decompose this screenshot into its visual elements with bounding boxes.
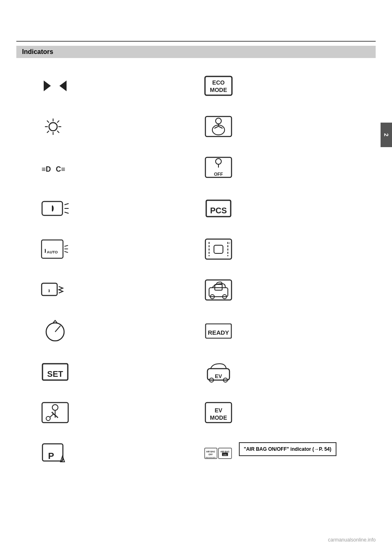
cruise-speed-icon: [41, 320, 69, 342]
svg-rect-32: [42, 240, 63, 258]
svg-line-29: [65, 212, 69, 213]
svg-text:SET: SET: [47, 369, 63, 378]
indicator-airbag-off: OFF: [196, 152, 359, 193]
indicator-pcs: PCS: [196, 193, 359, 234]
svg-text:ECO: ECO: [212, 79, 225, 86]
headlight-icon: [41, 115, 69, 138]
indicators-grid: ECO MODE: [33, 70, 359, 479]
svg-text:!: !: [62, 459, 63, 463]
watermark: carmanualsonline.info: [328, 537, 376, 543]
svg-line-27: [65, 204, 69, 205]
svg-text:PCS: PCS: [210, 206, 227, 215]
srs-airbag-icon: [204, 115, 233, 138]
svg-text:AUTO: AUTO: [47, 250, 58, 254]
turn-signal-icon: [41, 74, 69, 97]
vsc-icon: [204, 279, 233, 301]
svg-text:AIR BAG: AIR BAG: [220, 450, 229, 453]
svg-line-49: [55, 326, 60, 332]
svg-line-36: [65, 251, 68, 253]
page-container: Indicators 2 ECO: [0, 0, 392, 555]
top-rule: [16, 41, 376, 42]
section-header: Indicators: [16, 46, 376, 58]
airbag-callout-text: "AIR BAG ON/OFF" indicator (→P. 54): [244, 446, 332, 452]
airbag-on-off-icon: AIR BAG OFF PASSENGER AIR BAG ON: [204, 442, 233, 465]
svg-text:C≡: C≡: [56, 165, 65, 173]
indicator-parking: P !: [33, 438, 196, 479]
svg-text:MODE: MODE: [210, 414, 227, 421]
fog-light-icon: [41, 279, 69, 301]
ev-mode-icon: EV MODE: [204, 401, 233, 424]
svg-point-5: [49, 123, 57, 131]
svg-text:READY: READY: [208, 329, 229, 336]
indicator-ev: EV: [196, 356, 359, 397]
svg-text:P: P: [48, 451, 54, 461]
svg-text:≡D: ≡D: [42, 165, 51, 173]
side-tab: 2: [381, 123, 392, 147]
svg-text:OFF: OFF: [214, 172, 223, 177]
ev-icon: EV: [204, 360, 233, 383]
indicator-cruise-speed: [33, 316, 196, 356]
svg-marker-0: [44, 80, 51, 91]
indicator-headlight: [33, 111, 196, 152]
eco-mode-icon: ECO MODE: [204, 74, 233, 97]
svg-text:OFF: OFF: [209, 453, 213, 456]
svg-line-34: [65, 245, 68, 246]
svg-text:ON: ON: [223, 454, 227, 456]
parking-icon: P !: [41, 442, 69, 465]
svg-text:PASSENGER: PASSENGER: [205, 457, 216, 459]
indicator-fog-light: [33, 275, 196, 316]
indicator-vsc: [196, 275, 359, 316]
svg-text:♪: ♪: [229, 241, 231, 245]
indicator-high-beam: [33, 193, 196, 234]
dde-icon: ≡D C≡: [41, 156, 69, 179]
svg-line-13: [47, 131, 49, 133]
svg-line-12: [57, 121, 59, 123]
svg-text:EV: EV: [215, 407, 223, 414]
airbag-off-icon: OFF: [204, 156, 233, 179]
indicator-ev-mode: EV MODE: [196, 397, 359, 438]
lda-icon: ♪: [204, 238, 233, 260]
indicator-srs-airbag: [196, 111, 359, 152]
ready-icon: READY: [204, 320, 233, 342]
svg-line-10: [47, 121, 49, 123]
watermark-text: carmanualsonline.info: [328, 537, 376, 543]
svg-text:EV: EV: [215, 373, 222, 379]
auto-light-icon: AUTO: [41, 238, 69, 260]
indicator-airbag-on-off: AIR BAG OFF PASSENGER AIR BAG ON "AIR BA…: [196, 438, 359, 479]
indicator-ready: READY: [196, 316, 359, 356]
indicator-set: SET: [33, 356, 196, 397]
svg-marker-1: [60, 80, 67, 91]
airbag-callout: "AIR BAG ON/OFF" indicator (→P. 54): [239, 442, 336, 456]
seatbelt-key-icon: [41, 401, 69, 424]
indicator-auto-light: AUTO: [33, 234, 196, 275]
indicator-lda: ♪: [196, 234, 359, 275]
indicator-eco-mode: ECO MODE: [196, 70, 359, 111]
indicator-turn-signal: [33, 70, 196, 111]
indicator-seatbelt-key: [33, 397, 196, 438]
svg-line-11: [57, 131, 59, 133]
svg-text:MODE: MODE: [210, 87, 227, 93]
high-beam-icon: [41, 197, 69, 219]
pcs-icon: PCS: [204, 197, 233, 219]
side-tab-number: 2: [383, 133, 390, 137]
svg-text:AIR BAG: AIR BAG: [206, 450, 215, 453]
indicator-dde: ≡D C≡: [33, 152, 196, 193]
set-icon: SET: [41, 360, 69, 383]
section-title: Indicators: [22, 48, 53, 56]
